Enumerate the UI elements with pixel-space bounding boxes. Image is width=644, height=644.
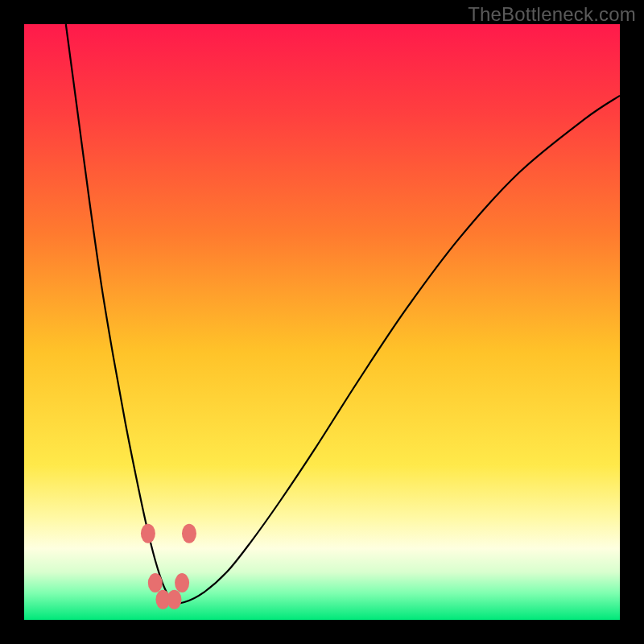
plot-area: [24, 24, 620, 620]
marker-dot: [167, 590, 181, 609]
gradient-background: [24, 24, 620, 620]
chart-frame: TheBottleneck.com: [0, 0, 644, 644]
chart-canvas: [24, 24, 620, 620]
watermark-text: TheBottleneck.com: [468, 3, 636, 26]
marker-dot: [182, 524, 196, 543]
marker-dot: [175, 573, 189, 592]
marker-dot: [141, 524, 155, 543]
marker-dot: [148, 573, 163, 592]
